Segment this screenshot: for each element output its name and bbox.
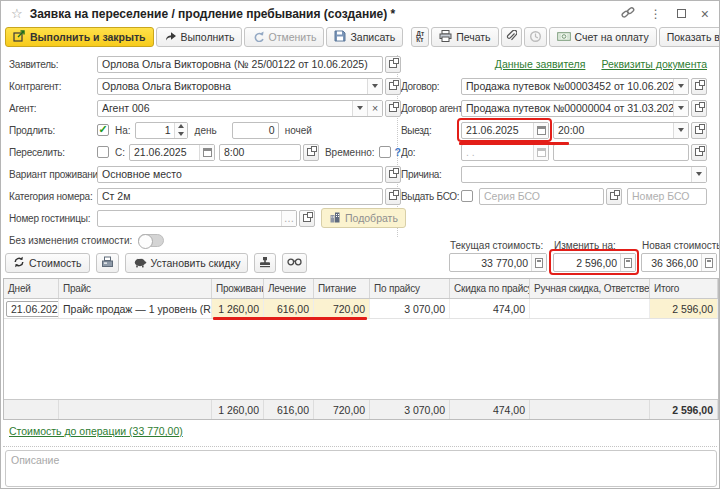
hotel-room-open-button[interactable] xyxy=(299,210,315,227)
choose-ellipsis-button[interactable]: … xyxy=(281,211,296,226)
contract-open-button[interactable] xyxy=(691,78,707,95)
maximize-icon[interactable] xyxy=(677,9,686,18)
column-header[interactable]: Прайс xyxy=(59,279,212,298)
dropdown-button[interactable] xyxy=(673,101,688,116)
until-time-field[interactable] xyxy=(553,144,689,161)
column-header[interactable]: Питание xyxy=(314,279,370,298)
history-button[interactable] xyxy=(524,27,547,47)
column-header[interactable]: По прайсу xyxy=(370,279,450,298)
departure-time-field[interactable]: 20:00 xyxy=(553,122,689,139)
relocate-time-field[interactable]: 8:00 xyxy=(219,144,301,161)
current-cost-field[interactable]: 33 770,00 xyxy=(449,253,547,272)
accommodation-field[interactable]: Основное место xyxy=(97,166,383,183)
execute-button[interactable]: Выполнить xyxy=(156,27,243,47)
stamp-button[interactable] xyxy=(254,253,276,273)
no-cost-change-toggle[interactable] xyxy=(138,234,164,247)
get-link-icon[interactable] xyxy=(621,6,635,21)
kebab-menu-icon[interactable]: ⋮ xyxy=(650,7,662,21)
save-button[interactable]: Записать xyxy=(326,27,403,47)
prolong-checkbox[interactable] xyxy=(97,124,109,136)
reason-field[interactable] xyxy=(461,166,707,183)
calendar-button[interactable] xyxy=(533,145,548,160)
calculator-button[interactable] xyxy=(531,254,546,271)
step-down[interactable] xyxy=(175,130,187,138)
relocate-checkbox[interactable] xyxy=(97,146,109,158)
view-discounts-button[interactable] xyxy=(282,253,307,273)
change-by-field[interactable]: 2 596,00 xyxy=(553,253,636,272)
column-header[interactable]: Дней xyxy=(4,279,59,298)
cell-price-list[interactable]: Прайс продаж — 1 уровень (RUB) xyxy=(59,299,212,318)
column-header[interactable]: Лечение xyxy=(264,279,314,298)
relocate-date-field[interactable]: 21.06.2025 xyxy=(129,144,215,161)
attachments-button[interactable] xyxy=(501,27,522,47)
calendar-button[interactable] xyxy=(533,123,548,138)
show-chessboard-button[interactable]: Показать в шахматке xyxy=(659,27,720,47)
bso-number-field[interactable]: Номер БСО xyxy=(627,188,707,205)
dropdown-button[interactable] xyxy=(352,101,367,116)
applicant-open-button[interactable] xyxy=(385,56,401,73)
cell-total[interactable]: 2 596,00 xyxy=(650,299,718,318)
agent-contract-open-button[interactable] xyxy=(691,100,707,117)
room-category-open-button[interactable] xyxy=(385,188,401,205)
clear-button[interactable]: × xyxy=(367,101,382,116)
days-stepper[interactable] xyxy=(174,123,187,138)
bso-series-open-button[interactable] xyxy=(606,188,622,205)
cell-price-discount[interactable]: 474,00 xyxy=(450,299,530,318)
column-header[interactable]: Скидка по прайсу xyxy=(450,279,530,298)
departure-time-open-button[interactable] xyxy=(691,122,707,139)
close-icon[interactable]: × xyxy=(701,9,709,19)
description-textarea[interactable] xyxy=(5,450,717,487)
pick-room-button[interactable]: Подобрать xyxy=(321,208,406,228)
dt-kt-button[interactable]: ДтКт xyxy=(411,27,429,47)
departure-date-field[interactable]: 21.06.2025 xyxy=(461,122,549,139)
hotel-room-field[interactable]: … xyxy=(97,210,297,227)
calculator-button[interactable] xyxy=(701,254,716,271)
cell-manual-discount[interactable] xyxy=(530,299,650,318)
new-cost-field[interactable]: 36 366,00 xyxy=(641,253,717,272)
favorite-star-icon[interactable]: ☆ xyxy=(11,6,23,21)
table-row[interactable]: 21.06.2025 Прайс продаж — 1 уровень (RUB… xyxy=(4,299,718,319)
cell-treatment[interactable]: 616,00 xyxy=(264,299,314,318)
agent-field[interactable]: Агент 006 × xyxy=(97,100,383,117)
temporary-checkbox[interactable] xyxy=(379,146,391,158)
calendar-button[interactable] xyxy=(199,145,214,160)
execute-and-close-button[interactable]: Выполнить и закрыть xyxy=(5,27,154,47)
column-header[interactable]: Итого xyxy=(650,279,718,298)
recalc-cost-button[interactable]: Стоимость xyxy=(5,253,90,273)
cell-days[interactable]: 21.06.2025 xyxy=(4,299,59,318)
cell-meals[interactable]: 720,00 xyxy=(314,299,370,318)
invoice-button[interactable]: Счет на оплату xyxy=(549,27,657,47)
step-up[interactable] xyxy=(175,123,187,131)
until-date-field[interactable]: . . xyxy=(461,144,549,161)
dropdown-button[interactable] xyxy=(691,167,706,182)
cell-accommodation[interactable]: 1 260,00 xyxy=(212,299,264,318)
prolong-days-field[interactable]: 1 xyxy=(135,122,188,139)
calculator-button[interactable] xyxy=(620,254,635,271)
contract-field[interactable]: Продажа путевок №00003452 от 10.06.2025 xyxy=(461,78,689,95)
column-header[interactable]: Проживание xyxy=(212,279,264,298)
cancel-button[interactable]: Отменить xyxy=(244,27,324,47)
bso-checkbox[interactable] xyxy=(461,190,473,202)
cost-before-operation-link[interactable]: Стоимость до операции (33 770,00) xyxy=(9,425,183,437)
document-details-link[interactable]: Реквизиты документа xyxy=(601,58,707,70)
dropdown-button[interactable] xyxy=(673,79,688,94)
counterparty-open-button[interactable] xyxy=(385,78,401,95)
print-button[interactable]: Печать xyxy=(431,27,498,47)
set-discount-button[interactable]: Установить скидку xyxy=(125,253,249,273)
bso-series-field[interactable]: Серия БСО xyxy=(479,188,604,205)
dropdown-button[interactable] xyxy=(367,79,382,94)
cell-by-price[interactable]: 3 070,00 xyxy=(370,299,450,318)
agent-contract-field[interactable]: Продажа путевок №00000004 от 31.03.2022 xyxy=(461,100,689,117)
until-time-open-button[interactable] xyxy=(691,144,707,161)
applicant-data-link[interactable]: Данные заявителя xyxy=(495,58,586,70)
relocate-time-open-button[interactable] xyxy=(303,144,319,161)
dropdown-button[interactable] xyxy=(673,123,688,138)
room-category-field[interactable]: Ст 2м xyxy=(97,188,383,205)
prolong-nights-field[interactable]: 0 xyxy=(232,122,279,139)
column-header[interactable]: Ручная скидка, Ответственный xyxy=(530,279,650,298)
cash-register-button[interactable] xyxy=(96,253,119,273)
agent-open-button[interactable] xyxy=(385,100,401,117)
applicant-field[interactable]: Орлова Ольга Викторовна (№ 25/00122 от 1… xyxy=(97,56,383,73)
accommodation-open-button[interactable] xyxy=(385,166,401,183)
counterparty-field[interactable]: Орлова Ольга Викторовна xyxy=(97,78,383,95)
